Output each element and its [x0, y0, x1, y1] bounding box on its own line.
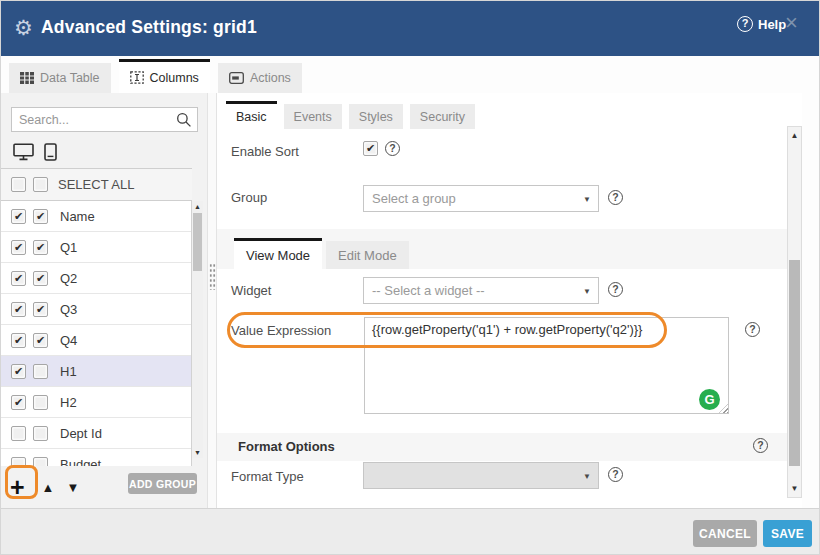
desktop-checkbox[interactable]: ✔	[11, 271, 26, 286]
column-name: H1	[60, 364, 77, 379]
advanced-settings-dialog: ⚙ Advanced Settings: grid1 ? Help × Data…	[0, 0, 820, 555]
mobile-checkbox[interactable]	[33, 395, 48, 410]
grammarly-icon[interactable]: G	[699, 389, 720, 410]
tab-events[interactable]: Events	[284, 104, 342, 129]
select-all-desktop-checkbox[interactable]	[11, 177, 26, 192]
format-type-help-icon[interactable]: ?	[608, 467, 623, 482]
group-help-icon[interactable]: ?	[608, 190, 623, 205]
mobile-checkbox[interactable]: ✔	[33, 302, 48, 317]
column-row-budget[interactable]: Budget	[1, 449, 191, 466]
scroll-down-icon[interactable]: ▼	[192, 449, 203, 456]
column-row-h2[interactable]: ✔ H2	[1, 387, 191, 418]
desktop-checkbox[interactable]	[11, 426, 26, 441]
tab-columns[interactable]: Columns	[119, 59, 210, 93]
column-list: ✔ ✔ Name ✔ ✔ Q1 ✔ ✔ Q2 ✔ ✔ Q3 ✔ ✔	[1, 201, 192, 466]
mode-tab-band: View Mode Edit Mode	[217, 229, 787, 269]
tab-label: Data Table	[40, 71, 100, 85]
search-input[interactable]	[19, 109, 169, 130]
tab-edit-mode[interactable]: Edit Mode	[326, 241, 409, 269]
value-expression-label: Value Expression	[231, 323, 331, 338]
close-icon[interactable]: ×	[785, 12, 798, 34]
add-group-button[interactable]: ADD GROUP	[128, 473, 197, 494]
desktop-checkbox[interactable]: ✔	[11, 333, 26, 348]
table-icon	[20, 72, 34, 84]
tab-actions[interactable]: Actions	[218, 63, 302, 93]
tab-label: View Mode	[246, 248, 310, 263]
dialog-title: Advanced Settings: grid1	[41, 17, 257, 38]
select-all-label: SELECT ALL	[58, 177, 134, 192]
desktop-checkbox[interactable]	[11, 457, 26, 467]
select-all-row[interactable]: SELECT ALL	[1, 169, 192, 201]
column-row-q4[interactable]: ✔ ✔ Q4	[1, 325, 191, 356]
move-up-button[interactable]: ▲	[42, 480, 55, 495]
column-name: Q4	[60, 333, 77, 348]
scroll-thumb[interactable]	[789, 260, 800, 466]
chevron-down-icon: ▼	[583, 287, 591, 296]
mobile-checkbox[interactable]: ✔	[33, 209, 48, 224]
dialog-footer: CANCEL SAVE	[1, 508, 820, 555]
column-row-q1[interactable]: ✔ ✔ Q1	[1, 232, 191, 263]
column-row-name[interactable]: ✔ ✔ Name	[1, 201, 191, 232]
enable-sort-checkbox[interactable]: ✔	[363, 141, 378, 156]
columns-sidebar: SELECT ALL ✔ ✔ Name ✔ ✔ Q1 ✔ ✔ Q2 ✔ ✔ Q3	[1, 93, 207, 508]
mobile-icon[interactable]	[44, 143, 57, 165]
mobile-checkbox[interactable]: ✔	[33, 240, 48, 255]
enable-sort-help-icon[interactable]: ?	[385, 141, 400, 156]
desktop-checkbox[interactable]: ✔	[11, 240, 26, 255]
splitter-grip-icon[interactable]	[209, 263, 216, 290]
desktop-checkbox[interactable]: ✔	[11, 364, 26, 379]
column-row-q3[interactable]: ✔ ✔ Q3	[1, 294, 191, 325]
value-expression-input[interactable]: {{row.getProperty('q1') + row.getPropert…	[364, 317, 729, 414]
desktop-icon[interactable]	[13, 143, 34, 165]
tab-view-mode[interactable]: View Mode	[234, 238, 322, 269]
tab-styles[interactable]: Styles	[349, 104, 403, 129]
scroll-thumb[interactable]	[193, 213, 202, 271]
mode-tab-bar: View Mode Edit Mode	[234, 229, 409, 269]
format-type-label: Format Type	[231, 469, 304, 484]
chevron-down-icon: ▼	[583, 472, 591, 481]
format-options-section: Format Options	[217, 433, 787, 461]
scroll-up-icon[interactable]: ▲	[192, 203, 203, 210]
widget-help-icon[interactable]: ?	[608, 282, 623, 297]
column-row-dept-id[interactable]: Dept Id	[1, 418, 191, 449]
tab-data-table[interactable]: Data Table	[9, 63, 111, 93]
column-row-h1[interactable]: ✔ H1	[1, 356, 191, 387]
column-name: Q2	[60, 271, 77, 286]
group-select[interactable]: Select a group ▼	[363, 185, 599, 212]
column-name: Budget	[60, 457, 101, 467]
panel-splitter[interactable]	[207, 93, 217, 508]
chevron-down-icon: ▼	[583, 195, 591, 204]
cancel-button[interactable]: CANCEL	[693, 520, 757, 547]
format-type-select[interactable]: ▼	[363, 462, 599, 489]
mobile-checkbox[interactable]: ✔	[33, 271, 48, 286]
scroll-down-icon[interactable]: ▼	[788, 484, 801, 493]
tab-label: Styles	[359, 110, 393, 124]
widget-select[interactable]: -- Select a widget -- ▼	[363, 277, 599, 304]
widget-label: Widget	[231, 283, 271, 298]
mobile-checkbox[interactable]	[33, 457, 48, 467]
settings-scrollbar[interactable]: ▲ ▼	[787, 126, 802, 498]
tab-security[interactable]: Security	[410, 104, 475, 129]
search-icon[interactable]	[176, 112, 192, 132]
desktop-checkbox[interactable]: ✔	[11, 302, 26, 317]
tab-basic[interactable]: Basic	[226, 101, 277, 129]
format-options-help-icon[interactable]: ?	[753, 438, 768, 453]
desktop-checkbox[interactable]: ✔	[11, 395, 26, 410]
desktop-checkbox[interactable]: ✔	[11, 209, 26, 224]
mobile-checkbox[interactable]	[33, 364, 48, 379]
add-column-button[interactable]: +	[10, 473, 25, 501]
help-button[interactable]: ? Help	[737, 16, 786, 32]
mobile-checkbox[interactable]	[33, 426, 48, 441]
move-down-button[interactable]: ▼	[66, 480, 79, 495]
save-button[interactable]: SAVE	[763, 520, 812, 547]
column-list-scrollbar[interactable]: ▲ ▼	[192, 201, 203, 458]
dialog-header: ⚙ Advanced Settings: grid1 ? Help ×	[1, 1, 820, 56]
tab-label: Events	[294, 110, 332, 124]
select-all-mobile-checkbox[interactable]	[33, 177, 48, 192]
actions-icon	[229, 72, 244, 84]
mobile-checkbox[interactable]: ✔	[33, 333, 48, 348]
column-row-q2[interactable]: ✔ ✔ Q2	[1, 263, 191, 294]
scroll-up-icon[interactable]: ▲	[788, 131, 801, 140]
value-expression-help-icon[interactable]: ?	[745, 322, 760, 337]
help-question-icon: ?	[737, 16, 753, 32]
